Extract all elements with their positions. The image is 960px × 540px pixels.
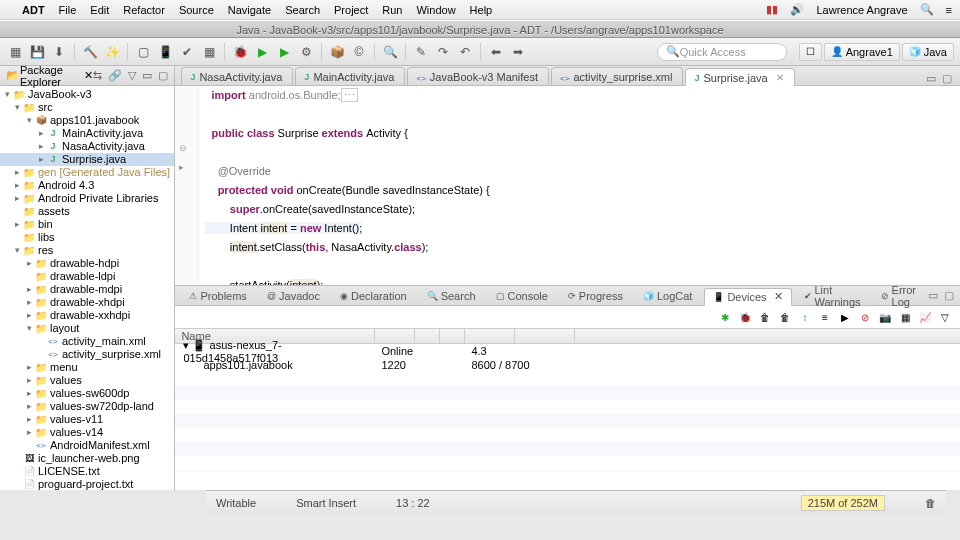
search-icon[interactable]: 🔍: [381, 43, 399, 61]
update-heap-icon[interactable]: 🗑: [758, 310, 772, 324]
tab-surprise-java[interactable]: Surprise.java✕: [685, 68, 794, 86]
tree-item[interactable]: assets: [0, 205, 174, 218]
toggle-mark-icon[interactable]: ✎: [412, 43, 430, 61]
spotlight-icon[interactable]: 🔍: [920, 3, 934, 16]
tab-nasaactivity[interactable]: NasaActivity.java: [181, 67, 293, 85]
minimize-panel-icon[interactable]: ▭: [928, 289, 938, 302]
update-threads-icon[interactable]: ≡: [818, 310, 832, 324]
save-all-icon[interactable]: ⬇: [50, 43, 68, 61]
tab-problems[interactable]: ⚠Problems: [181, 287, 254, 305]
tab-lint-warnings[interactable]: ✔Lint Warnings: [796, 287, 869, 305]
app-name[interactable]: ADT: [22, 4, 45, 16]
save-icon[interactable]: 💾: [28, 43, 46, 61]
close-devices-icon[interactable]: ✕: [774, 290, 783, 303]
tree-item[interactable]: ▸gen [Generated Java Files]: [0, 166, 174, 179]
tree-item[interactable]: activity_main.xml: [0, 335, 174, 348]
restore-editor-icon[interactable]: ▢: [942, 72, 952, 85]
tree-item[interactable]: ▸Android Private Libraries: [0, 192, 174, 205]
stop-process-icon[interactable]: ⊘: [858, 310, 872, 324]
tree-item[interactable]: ▸drawable-mdpi: [0, 283, 174, 296]
tree-item[interactable]: AndroidManifest.xml: [0, 439, 174, 452]
menu-help[interactable]: Help: [470, 4, 493, 16]
new-icon[interactable]: ▦: [6, 43, 24, 61]
new-class-icon[interactable]: ©: [350, 43, 368, 61]
next-annotation-icon[interactable]: ↷: [434, 43, 452, 61]
forward-icon[interactable]: ➡: [509, 43, 527, 61]
minimize-icon[interactable]: ▭: [142, 69, 152, 82]
project-tree[interactable]: ▾JavaBook-v3▾src▾apps101.javabook▸MainAc…: [0, 86, 174, 490]
view-menu-icon[interactable]: ▽: [128, 69, 136, 82]
tab-mainactivity[interactable]: MainActivity.java: [295, 67, 405, 85]
tree-item[interactable]: drawable-ldpi: [0, 270, 174, 283]
collapse-all-icon[interactable]: ⇆: [93, 69, 102, 82]
debug-icon[interactable]: 🐞: [231, 43, 249, 61]
dump-hprof-icon[interactable]: 🗑: [778, 310, 792, 324]
user-name[interactable]: Lawrence Angrave: [816, 4, 907, 16]
tree-item[interactable]: ▸values-sw600dp: [0, 387, 174, 400]
quick-access-input[interactable]: 🔍 Quick Access: [657, 43, 787, 61]
tab-search[interactable]: 🔍Search: [419, 287, 484, 305]
close-view-icon[interactable]: ✕: [84, 69, 93, 82]
tree-item[interactable]: ▸Android 4.3: [0, 179, 174, 192]
tab-javadoc[interactable]: @Javadoc: [259, 287, 328, 305]
tree-item[interactable]: ▸Surprise.java: [0, 153, 174, 166]
code-editor[interactable]: ▸ ⊖ import android.os.Bundle;⋯ public cl…: [175, 86, 960, 286]
perspective-angrave1[interactable]: 👤Angrave1: [824, 43, 900, 61]
tree-item[interactable]: ▸NasaActivity.java: [0, 140, 174, 153]
new-package-icon[interactable]: 📦: [328, 43, 346, 61]
lint-icon[interactable]: ✔: [178, 43, 196, 61]
volume-icon[interactable]: 🔊: [790, 3, 804, 16]
tree-item[interactable]: LICENSE.txt: [0, 465, 174, 478]
tree-item[interactable]: ▸values-sw720dp-land: [0, 400, 174, 413]
maximize-icon[interactable]: ▢: [158, 69, 168, 82]
menu-source[interactable]: Source: [179, 4, 214, 16]
tree-item[interactable]: ▾res: [0, 244, 174, 257]
link-editor-icon[interactable]: 🔗: [108, 69, 122, 82]
external-tools-icon[interactable]: ⚙: [297, 43, 315, 61]
sdk-icon[interactable]: ▢: [134, 43, 152, 61]
tree-item[interactable]: ▾apps101.javabook: [0, 114, 174, 127]
screenshot-icon[interactable]: ✱: [718, 310, 732, 324]
devices-table[interactable]: Name ▾ 📱 asus-nexus_7-015d1458a517f013 O…: [175, 328, 960, 490]
start-method-profiling-icon[interactable]: ▶: [838, 310, 852, 324]
view-menu-devices-icon[interactable]: ▽: [938, 310, 952, 324]
maximize-editor-icon[interactable]: ▭: [926, 72, 936, 85]
menu-edit[interactable]: Edit: [90, 4, 109, 16]
tree-item[interactable]: ▸drawable-xhdpi: [0, 296, 174, 309]
menu-window[interactable]: Window: [416, 4, 455, 16]
menu-run[interactable]: Run: [382, 4, 402, 16]
gc-icon[interactable]: 🗑: [925, 497, 936, 509]
tree-item[interactable]: ▸drawable-hdpi: [0, 257, 174, 270]
view-hierarchy-icon[interactable]: ▦: [898, 310, 912, 324]
tree-item[interactable]: ▾JavaBook-v3: [0, 88, 174, 101]
menu-extra-icon[interactable]: ≡: [946, 4, 952, 16]
avd-icon[interactable]: 📱: [156, 43, 174, 61]
menu-navigate[interactable]: Navigate: [228, 4, 271, 16]
run-icon[interactable]: ▶: [253, 43, 271, 61]
tab-declaration[interactable]: ◉Declaration: [332, 287, 415, 305]
tree-item[interactable]: activity_surprise.xml: [0, 348, 174, 361]
wand-icon[interactable]: ✨: [103, 43, 121, 61]
debug-process-icon[interactable]: 🐞: [738, 310, 752, 324]
tree-item[interactable]: ▸values: [0, 374, 174, 387]
open-perspective-icon[interactable]: ☐: [799, 43, 822, 61]
tree-item[interactable]: ▾src: [0, 101, 174, 114]
process-row[interactable]: apps101.javabook 1220 8600 / 8700: [175, 358, 960, 372]
tree-item[interactable]: ▸drawable-xxhdpi: [0, 309, 174, 322]
tab-manifest[interactable]: JavaBook-v3 Manifest: [407, 67, 549, 85]
device-row[interactable]: ▾ 📱 asus-nexus_7-015d1458a517f013 Online…: [175, 344, 960, 358]
tree-item[interactable]: ▾layout: [0, 322, 174, 335]
tab-logcat[interactable]: 🧊LogCat: [635, 287, 700, 305]
menu-search[interactable]: Search: [285, 4, 320, 16]
tab-progress[interactable]: ⟳Progress: [560, 287, 631, 305]
back-icon[interactable]: ⬅: [487, 43, 505, 61]
tree-item[interactable]: ▸values-v11: [0, 413, 174, 426]
capture-icon[interactable]: 📷: [878, 310, 892, 324]
tree-item[interactable]: ▸menu: [0, 361, 174, 374]
build-icon[interactable]: 🔨: [81, 43, 99, 61]
tree-item[interactable]: ▸values-v14: [0, 426, 174, 439]
systrace-icon[interactable]: 📈: [918, 310, 932, 324]
tree-item[interactable]: proguard-project.txt: [0, 478, 174, 490]
tree-item[interactable]: ▸bin: [0, 218, 174, 231]
tree-item[interactable]: ▸MainActivity.java: [0, 127, 174, 140]
